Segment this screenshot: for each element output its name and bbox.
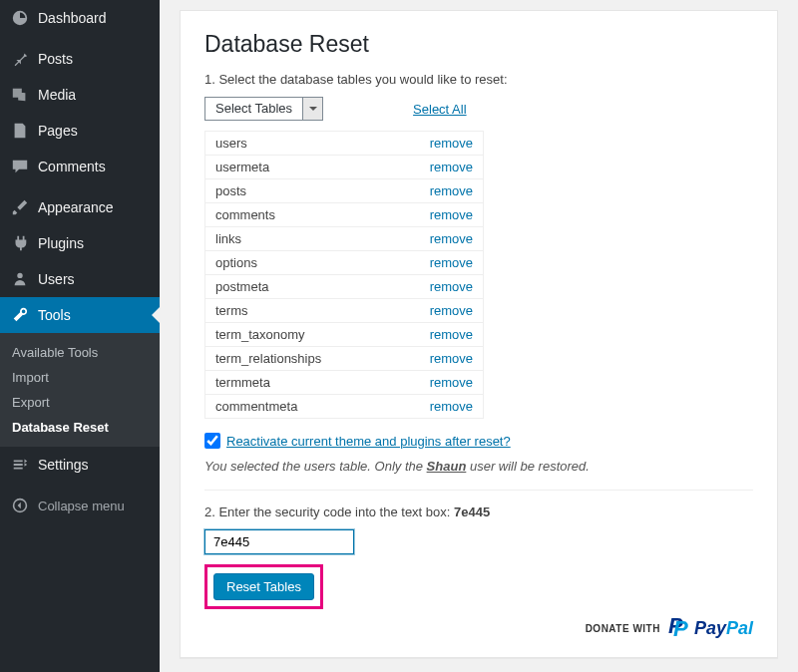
donate-label: DONATE WITH — [586, 623, 660, 634]
select-label: Select Tables — [205, 98, 302, 120]
sidebar-item-settings[interactable]: Settings — [0, 447, 160, 483]
sidebar-label: Comments — [38, 159, 106, 174]
sidebar-item-tools[interactable]: Tools — [0, 297, 160, 333]
notice-post: user will be restored. — [466, 459, 590, 474]
step2-label: 2. Enter the security code into the text… — [204, 504, 753, 519]
sidebar-label: Dashboard — [38, 10, 107, 26]
remove-link[interactable]: remove — [430, 255, 473, 270]
sidebar-label: Appearance — [38, 199, 114, 215]
table-name: term_relationships — [215, 351, 321, 366]
sidebar-item-pages[interactable]: Pages — [0, 113, 160, 149]
collapse-label: Collapse menu — [38, 499, 125, 513]
table-row: linksremove — [205, 227, 483, 251]
select-tables-row: Select Tables Select All — [204, 97, 753, 121]
paypal-link[interactable]: PP PayPal — [668, 617, 753, 639]
collapse-menu-button[interactable]: Collapse menu — [0, 488, 160, 523]
table-row: term_relationshipsremove — [205, 347, 483, 371]
sidebar-item-dashboard[interactable]: Dashboard — [0, 0, 160, 36]
plug-icon — [10, 233, 30, 253]
pin-icon — [10, 49, 30, 69]
sidebar-item-posts[interactable]: Posts — [0, 41, 160, 77]
media-icon — [10, 85, 30, 105]
sidebar-label: Users — [38, 271, 75, 287]
users-notice: You selected the users table. Only the S… — [204, 459, 753, 474]
table-row: postsremove — [205, 179, 483, 203]
reset-highlight: Reset Tables — [204, 564, 323, 609]
sidebar-item-appearance[interactable]: Appearance — [0, 189, 160, 225]
users-icon — [10, 269, 30, 289]
table-row: termsremove — [205, 299, 483, 323]
submenu-import[interactable]: Import — [0, 365, 160, 390]
remove-link[interactable]: remove — [430, 351, 473, 366]
submenu-database-reset[interactable]: Database Reset — [0, 415, 160, 440]
settings-icon — [10, 455, 30, 475]
table-row: usermetaremove — [205, 156, 483, 179]
table-row: optionsremove — [205, 251, 483, 275]
sidebar-label: Posts — [38, 51, 73, 67]
reactivate-row: Reactivate current theme and plugins aft… — [204, 433, 753, 449]
table-name: termmeta — [215, 375, 270, 390]
remove-link[interactable]: remove — [430, 160, 473, 174]
table-row: term_taxonomyremove — [205, 323, 483, 347]
sidebar-item-plugins[interactable]: Plugins — [0, 225, 160, 261]
security-code-input[interactable] — [204, 529, 354, 554]
table-row: commentmetaremove — [205, 395, 483, 418]
table-name: users — [215, 136, 247, 151]
select-all-link[interactable]: Select All — [413, 102, 466, 117]
table-name: posts — [215, 183, 246, 198]
table-row: usersremove — [205, 132, 483, 156]
brush-icon — [10, 197, 30, 217]
remove-link[interactable]: remove — [430, 327, 473, 342]
paypal-pal: Pal — [726, 618, 753, 638]
submenu-available-tools[interactable]: Available Tools — [0, 340, 160, 365]
table-name: term_taxonomy — [215, 327, 305, 342]
notice-username: Shaun — [427, 459, 467, 474]
donate-row: DONATE WITH PP PayPal — [204, 617, 753, 639]
sidebar-label: Tools — [38, 307, 71, 323]
remove-link[interactable]: remove — [430, 231, 473, 246]
remove-link[interactable]: remove — [430, 375, 473, 390]
table-name: options — [215, 255, 257, 270]
dashboard-icon — [10, 8, 30, 28]
table-name: postmeta — [215, 279, 268, 294]
remove-link[interactable]: remove — [430, 399, 473, 414]
remove-link[interactable]: remove — [430, 207, 473, 222]
table-name: commentmeta — [215, 399, 297, 414]
svg-point-0 — [17, 273, 22, 278]
divider — [204, 490, 753, 491]
wrench-icon — [10, 305, 30, 325]
main-content: Database Reset 1. Select the database ta… — [160, 0, 798, 672]
reactivate-checkbox[interactable] — [204, 433, 220, 449]
page-title: Database Reset — [204, 31, 753, 58]
reset-tables-button[interactable]: Reset Tables — [213, 573, 314, 600]
submenu-export[interactable]: Export — [0, 390, 160, 415]
table-row: commentsremove — [205, 203, 483, 227]
remove-link[interactable]: remove — [430, 136, 473, 151]
notice-pre: You selected the users table. Only the — [204, 459, 427, 474]
sidebar-item-users[interactable]: Users — [0, 261, 160, 297]
sidebar-item-media[interactable]: Media — [0, 77, 160, 113]
step2-pre: 2. Enter the security code into the text… — [204, 504, 454, 519]
sidebar-label: Pages — [38, 123, 78, 139]
remove-link[interactable]: remove — [430, 279, 473, 294]
sidebar-submenu-tools: Available Tools Import Export Database R… — [0, 333, 160, 447]
sidebar-label: Media — [38, 87, 76, 103]
collapse-icon — [10, 496, 30, 515]
security-code: 7e445 — [454, 504, 490, 519]
remove-link[interactable]: remove — [430, 303, 473, 318]
step1-label: 1. Select the database tables you would … — [204, 72, 753, 87]
page-icon — [10, 121, 30, 141]
admin-sidebar: Dashboard Posts Media Pages Comments App… — [0, 0, 160, 672]
selected-tables-list: usersremoveusermetaremovepostsremovecomm… — [204, 131, 484, 419]
sidebar-label: Plugins — [38, 235, 84, 251]
tables-select[interactable]: Select Tables — [204, 97, 323, 121]
chevron-down-icon — [302, 98, 322, 120]
table-row: postmetaremove — [205, 275, 483, 299]
table-name: usermeta — [215, 160, 269, 174]
remove-link[interactable]: remove — [430, 183, 473, 198]
sidebar-item-comments[interactable]: Comments — [0, 149, 160, 184]
reactivate-label[interactable]: Reactivate current theme and plugins aft… — [226, 434, 511, 449]
paypal-pay: Pay — [694, 618, 726, 638]
table-name: terms — [215, 303, 248, 318]
sidebar-label: Settings — [38, 457, 89, 473]
